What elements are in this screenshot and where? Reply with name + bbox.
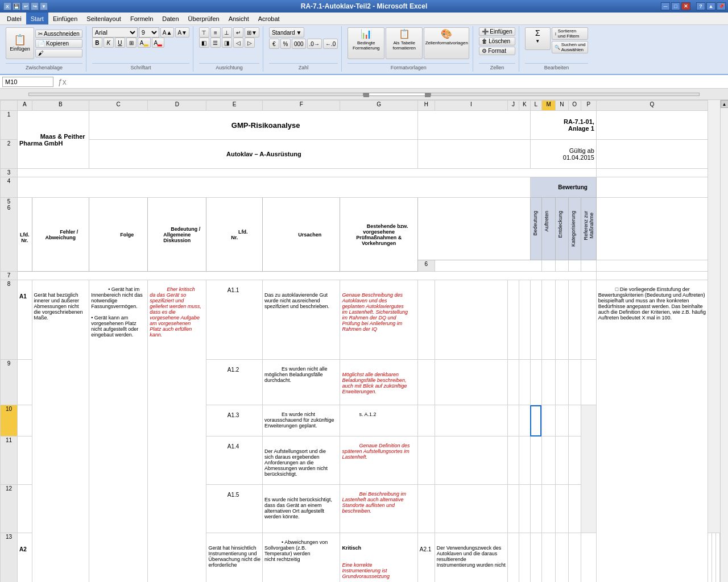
align-left-button[interactable]: ◧ xyxy=(199,38,209,48)
cell-doc-valid[interactable]: Gültig ab 01.04.2015 xyxy=(530,140,596,169)
col-E[interactable]: E xyxy=(206,101,263,111)
col-L[interactable]: L xyxy=(530,101,541,111)
conditional-format-button[interactable]: 📊 Bedingte Formatierung xyxy=(348,27,384,59)
cell-a2-fehler[interactable]: Gerät hat hinsichtlich Instrumentierung … xyxy=(206,533,263,582)
wrap-text-button[interactable]: ↵ xyxy=(233,27,243,38)
size-selector[interactable]: 9 xyxy=(139,27,159,38)
row-6-header[interactable]: 6 xyxy=(417,260,435,272)
row-1-header[interactable]: 1 xyxy=(1,111,18,140)
underline-button[interactable]: U xyxy=(115,38,125,48)
col-Q[interactable]: Q xyxy=(596,101,708,111)
sort-filter-button[interactable]: ↕ Sortieren und Filtern xyxy=(552,27,589,40)
row-56-header[interactable]: 56 xyxy=(1,198,18,272)
col-J[interactable]: J xyxy=(507,101,519,111)
align-center-button[interactable]: ☰ xyxy=(210,38,221,48)
cell-a12-bestehende[interactable]: Möglichst alle denkbaren Beladungsfälle … xyxy=(340,360,417,405)
cell-a12-ursache[interactable]: Es wurden nicht alle möglichen Beladungs… xyxy=(262,360,340,405)
col-I[interactable]: I xyxy=(435,101,507,111)
row-4-header[interactable]: 4 xyxy=(1,177,18,198)
col-C[interactable]: C xyxy=(89,101,148,111)
row-12-header[interactable]: 12 xyxy=(1,485,18,533)
merge-center-button[interactable]: ⊞▼ xyxy=(245,27,259,38)
row-2-header[interactable]: 2 xyxy=(1,140,18,169)
row-11-header[interactable]: 11 xyxy=(1,436,18,485)
cell-a11-nr[interactable]: A1.1 xyxy=(206,280,263,360)
col-G[interactable]: G xyxy=(340,101,417,111)
decrease-font-button[interactable]: A▼ xyxy=(175,27,189,38)
menu-ueberprufen[interactable]: Überprüfen xyxy=(184,13,224,24)
cell-a13-nr[interactable]: A1.3 xyxy=(206,405,263,436)
col-M[interactable]: M xyxy=(541,101,555,111)
row-9-header[interactable]: 9 xyxy=(1,360,18,405)
cell-a15-bestehende[interactable]: Bei Beschreibung im Lastenheft auch alte… xyxy=(340,485,417,533)
number-format-selector[interactable]: Standard ▼ xyxy=(269,27,305,38)
scroll-up-button[interactable]: ▲ xyxy=(721,100,729,108)
quick-access-more[interactable]: ▼ xyxy=(40,2,48,10)
menu-ansicht[interactable]: Ansicht xyxy=(224,13,254,24)
delete-button[interactable]: 🗑 Löschen xyxy=(479,37,515,45)
cell-a2-folge[interactable]: • Abweichungen von Sollvorgaben (z.B. Te… xyxy=(262,533,340,582)
menu-start[interactable]: Start xyxy=(26,13,48,24)
col-O[interactable]: O xyxy=(568,101,581,111)
cell-a2-bedeutung[interactable]: Kritisch Eine korrekte Instrumentierung … xyxy=(340,533,417,582)
menu-einfuegen[interactable]: Einfügen xyxy=(48,13,82,24)
cell-a21-nr[interactable]: A2.1 xyxy=(417,533,435,582)
cell-a15-nr[interactable]: A1.5 xyxy=(206,485,263,533)
menu-formeln[interactable]: Formeln xyxy=(126,13,158,24)
font-color-button[interactable]: A▂ xyxy=(152,38,165,48)
quick-access-undo[interactable]: ↩ xyxy=(22,2,30,10)
name-box[interactable] xyxy=(2,77,53,87)
cut-button[interactable]: ✂ Ausschneiden xyxy=(35,30,82,38)
row-10-header[interactable]: 10 xyxy=(1,405,18,436)
dec-dec-button[interactable]: ←.0 xyxy=(323,39,338,49)
italic-button[interactable]: K xyxy=(104,38,114,48)
cell-a13-ursache[interactable]: Es wurde nicht vorausschauend für zukünf… xyxy=(262,405,340,436)
cell-a1-fehler[interactable]: Gerät hat bezüglich innerer und äußerer … xyxy=(32,280,89,582)
align-right-button[interactable]: ◨ xyxy=(222,38,232,48)
increase-font-button[interactable]: A▲ xyxy=(160,27,175,38)
menu-seitenlayout[interactable]: Seitenlayout xyxy=(82,13,126,24)
indent-inc-button[interactable]: ▷ xyxy=(245,38,255,48)
scroll-track[interactable] xyxy=(721,108,729,582)
paste-button[interactable]: 📋 Einfügen xyxy=(6,27,34,59)
quick-access-redo[interactable]: ↪ xyxy=(31,2,39,10)
menu-daten[interactable]: Daten xyxy=(158,13,183,24)
as-table-button[interactable]: 📋 Als Tabelle formatieren xyxy=(386,27,423,59)
cell-a14-nr[interactable]: A1.4 xyxy=(206,436,263,485)
cell-doc-title[interactable]: GMP-Risikoanalyse xyxy=(89,111,418,140)
percent-button[interactable]: % xyxy=(280,39,291,49)
close-button[interactable]: ✕ xyxy=(681,2,690,10)
font-selector[interactable]: Arial xyxy=(92,27,138,38)
cell-doc-subtitle[interactable]: Autoklav – A-Ausrüstung xyxy=(89,140,418,169)
cell-a1-folge[interactable]: • Gerät hat im Innenbereich nicht das no… xyxy=(89,280,148,582)
row-8-header[interactable]: 8 xyxy=(1,280,18,360)
col-P[interactable]: P xyxy=(581,101,596,111)
cell-styles-button[interactable]: 🎨 Zellenformatvorlagen xyxy=(424,27,469,59)
cell-a1-nr[interactable]: A1 xyxy=(18,280,32,360)
cell-a14-bestehende[interactable]: Genaue Definition des späteren Aufstellu… xyxy=(340,436,417,485)
row-13-header[interactable]: 13 xyxy=(1,533,18,582)
format-button[interactable]: ⚙ Format xyxy=(479,47,515,55)
ribbon-min[interactable]: ▲ xyxy=(706,2,715,10)
grid-scroll[interactable]: A B C D E F G H I J K L M N O P Q xyxy=(0,100,720,582)
align-middle-button[interactable]: ≡ xyxy=(210,27,221,38)
col-H[interactable]: H xyxy=(417,101,435,111)
cell-a1-bedeutung[interactable]: Eher kritisch da das Gerät so spezifizie… xyxy=(148,280,206,582)
menu-datei[interactable]: Datei xyxy=(2,13,26,24)
col-B[interactable]: B xyxy=(32,101,89,111)
row-7-header[interactable]: 7 xyxy=(1,272,18,280)
formula-input[interactable] xyxy=(69,78,726,85)
cell-a15-ursache[interactable]: Es wurde nicht berücksichtigt, dass das … xyxy=(262,485,340,533)
insert-button[interactable]: ➕ Einfügen xyxy=(479,27,515,36)
thousands-button[interactable]: 000 xyxy=(292,39,306,49)
row-3-header[interactable]: 3 xyxy=(1,169,18,177)
col-A[interactable]: A xyxy=(18,101,32,111)
cell-a21-ursache[interactable]: Der Verwendungszweck des Autoklaven und … xyxy=(435,533,507,582)
minimize-button[interactable]: ─ xyxy=(661,2,670,10)
indent-dec-button[interactable]: ◁ xyxy=(233,38,243,48)
cell-a13-bestehende[interactable]: s. A.1.2 xyxy=(340,405,417,436)
align-top-button[interactable]: ⊤ xyxy=(199,27,209,38)
cell-doc-ref[interactable]: RA-7.1-01, Anlage 1 xyxy=(530,111,596,140)
dec-inc-button[interactable]: .0→ xyxy=(307,39,322,49)
bold-button[interactable]: B xyxy=(92,38,102,48)
